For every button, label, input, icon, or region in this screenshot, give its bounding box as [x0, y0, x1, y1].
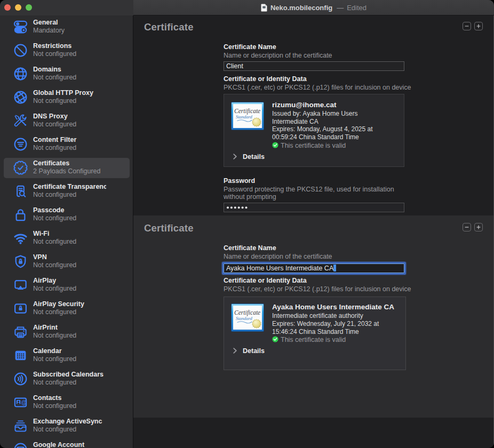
svg-text:Standard: Standard — [236, 316, 253, 321]
svg-text:@: @ — [21, 399, 27, 405]
svg-text:Standard: Standard — [236, 114, 253, 119]
